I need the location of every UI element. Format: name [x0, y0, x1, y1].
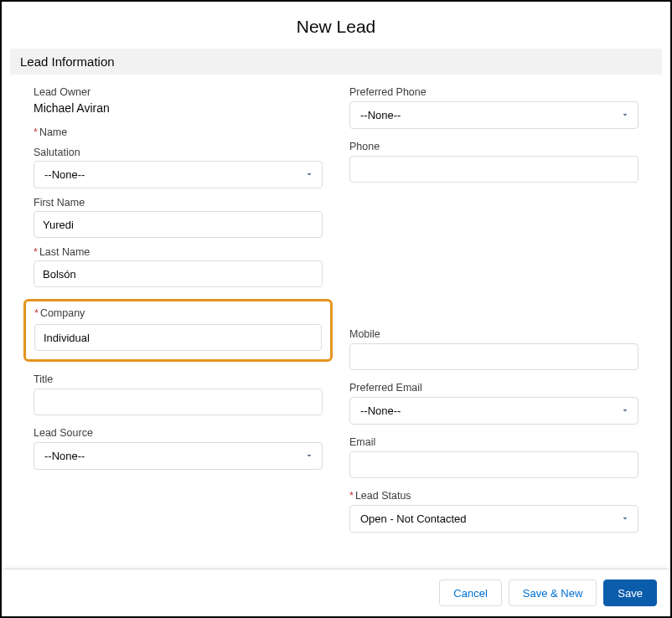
mobile-field: Mobile: [349, 328, 638, 370]
lead-source-label: Lead Source: [34, 427, 323, 439]
right-column: Preferred Phone --None-- Phone: [349, 86, 638, 544]
preferred-email-field: Preferred Email --None--: [349, 382, 638, 425]
mobile-input[interactable]: [349, 343, 638, 370]
required-star: *: [34, 126, 38, 138]
lead-status-label: *Lead Status: [349, 490, 638, 502]
lead-source-field: Lead Source --None--: [34, 427, 323, 470]
name-label: *Name: [34, 126, 323, 138]
required-star: *: [34, 307, 39, 319]
first-name-input[interactable]: [34, 211, 323, 238]
salutation-value: --None--: [44, 168, 85, 181]
phone-field: Phone: [349, 141, 638, 183]
last-name-label: *Last Name: [34, 246, 323, 258]
name-group: *Name Salutation --None-- First Name *La…: [34, 126, 323, 287]
preferred-phone-label: Preferred Phone: [349, 86, 638, 98]
preferred-phone-value: --None--: [360, 109, 401, 121]
modal-title: New Lead: [2, 2, 670, 49]
preferred-phone-select-wrap: --None--: [349, 101, 638, 129]
title-label: Title: [34, 373, 323, 385]
title-field: Title: [34, 373, 323, 415]
last-name-input[interactable]: [34, 260, 323, 287]
company-input[interactable]: [34, 324, 322, 351]
save-button[interactable]: Save: [603, 579, 657, 606]
left-column: Lead Owner Michael Aviran *Name Salutati…: [34, 86, 323, 544]
preferred-email-value: --None--: [360, 404, 401, 417]
required-star: *: [34, 246, 38, 258]
required-star: *: [349, 490, 354, 502]
lead-status-field: *Lead Status Open - Not Contacted: [349, 490, 638, 533]
phone-input[interactable]: [349, 156, 638, 183]
lead-owner-field: Lead Owner Michael Aviran: [34, 86, 323, 115]
form-grid: Lead Owner Michael Aviran *Name Salutati…: [10, 75, 662, 553]
first-name-label: First Name: [34, 197, 323, 209]
email-input[interactable]: [349, 451, 638, 478]
lead-status-select[interactable]: Open - Not Contacted: [349, 505, 638, 533]
modal-footer: Cancel Save & New Save: [3, 569, 669, 616]
mobile-label: Mobile: [349, 328, 638, 340]
email-field: Email: [349, 436, 638, 478]
salutation-select-wrap: --None--: [34, 161, 323, 188]
email-label: Email: [349, 436, 638, 448]
lead-source-select[interactable]: --None--: [34, 442, 323, 470]
lead-status-select-wrap: Open - Not Contacted: [349, 505, 638, 533]
cancel-button[interactable]: Cancel: [439, 579, 501, 606]
lead-owner-label: Lead Owner: [34, 86, 323, 98]
title-input[interactable]: [34, 389, 323, 415]
preferred-email-label: Preferred Email: [349, 382, 638, 394]
lead-owner-value: Michael Aviran: [34, 101, 323, 115]
save-and-new-button[interactable]: Save & New: [509, 579, 597, 606]
lead-status-value: Open - Not Contacted: [360, 512, 466, 525]
preferred-phone-select[interactable]: --None--: [349, 101, 638, 129]
section-header: Lead Information: [10, 49, 662, 75]
salutation-label: Salutation: [34, 147, 323, 158]
spacer: [349, 194, 638, 328]
company-label: *Company: [34, 307, 322, 319]
preferred-email-select-wrap: --None--: [349, 397, 638, 425]
lead-source-select-wrap: --None--: [34, 442, 323, 470]
new-lead-modal: New Lead Lead Information Lead Owner Mic…: [2, 2, 670, 553]
preferred-email-select[interactable]: --None--: [349, 397, 638, 425]
content-wrap: Lead Information Lead Owner Michael Avir…: [2, 49, 670, 553]
salutation-select[interactable]: --None--: [34, 161, 323, 188]
preferred-phone-field: Preferred Phone --None--: [349, 86, 638, 129]
lead-source-value: --None--: [44, 450, 85, 462]
company-highlight: *Company: [23, 299, 333, 362]
phone-label: Phone: [349, 141, 638, 152]
